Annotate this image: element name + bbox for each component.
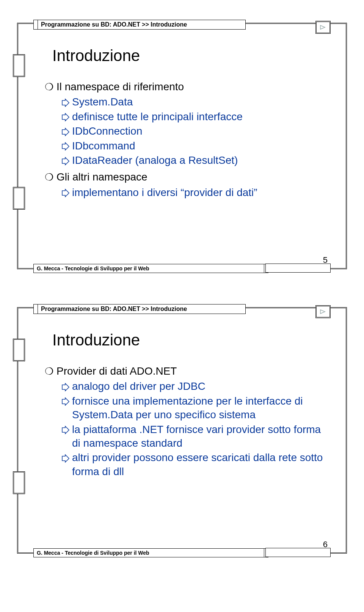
bullet-level2: definisce tutte le principali interfacce bbox=[61, 110, 327, 124]
arrow-right-icon bbox=[61, 186, 70, 199]
circle-icon: ❍ bbox=[45, 81, 53, 93]
arrow-right-icon bbox=[61, 154, 70, 167]
slide-title: Introduzione bbox=[52, 47, 140, 65]
page-number-box bbox=[265, 548, 331, 557]
slide-decoration-tab bbox=[13, 339, 25, 361]
bullet-level2: fornisce una implementazione per le inte… bbox=[61, 394, 327, 422]
play-icon bbox=[320, 309, 326, 314]
page-number: 6 bbox=[323, 540, 328, 549]
next-slide-button[interactable] bbox=[315, 305, 331, 318]
arrow-right-icon bbox=[61, 451, 70, 479]
bullet-level2: System.Data bbox=[61, 95, 327, 109]
breadcrumb-bar: Programmazione su BD: ADO.NET >> Introdu… bbox=[33, 304, 246, 314]
footer-bar: G. Mecca - Tecnologie di Sviluppo per il… bbox=[33, 264, 268, 273]
bullet-level1: ❍Provider di dati ADO.NET bbox=[45, 364, 327, 378]
svg-marker-1 bbox=[320, 310, 325, 314]
circle-icon: ❍ bbox=[45, 171, 53, 183]
breadcrumb: Programmazione su BD: ADO.NET >> Introdu… bbox=[38, 20, 246, 30]
bullet-level2: IDbConnection bbox=[61, 124, 327, 138]
bullet-level2: implementano i diversi “provider di dati… bbox=[61, 186, 327, 199]
arrow-right-icon bbox=[61, 380, 70, 393]
slide-body: ❍Provider di dati ADO.NET analogo del dr… bbox=[45, 361, 327, 479]
bullet-level2: la piattaforma .NET fornisce vari provid… bbox=[61, 423, 327, 450]
footer-text: G. Mecca - Tecnologie di Sviluppo per il… bbox=[33, 548, 264, 557]
circle-icon: ❍ bbox=[45, 366, 53, 377]
bullet-level2: analogo del driver per JDBC bbox=[61, 380, 327, 393]
slide-decoration-tab bbox=[13, 54, 25, 77]
arrow-right-icon bbox=[61, 423, 70, 450]
next-slide-button[interactable] bbox=[315, 21, 331, 34]
arrow-right-icon bbox=[61, 95, 70, 109]
slide-title: Introduzione bbox=[52, 331, 140, 349]
arrow-right-icon bbox=[61, 110, 70, 124]
slide-decoration-tab bbox=[13, 471, 25, 494]
footer-bar: G. Mecca - Tecnologie di Sviluppo per il… bbox=[33, 549, 268, 557]
bullet-level1: ❍Il namespace di riferimento bbox=[45, 80, 327, 94]
bullet-level2: altri provider possono essere scaricati … bbox=[61, 451, 327, 479]
slide: Programmazione su BD: ADO.NET >> Introdu… bbox=[17, 307, 347, 554]
footer-text: G. Mecca - Tecnologie di Sviluppo per il… bbox=[33, 264, 264, 273]
arrow-right-icon bbox=[61, 394, 70, 422]
page-number-box bbox=[265, 264, 331, 273]
bullet-level1: ❍Gli altri namespace bbox=[45, 170, 327, 184]
arrow-right-icon bbox=[61, 124, 70, 138]
bullet-level2: IDataReader (analoga a ResultSet) bbox=[61, 154, 327, 167]
breadcrumb: Programmazione su BD: ADO.NET >> Introdu… bbox=[38, 304, 246, 314]
play-icon bbox=[320, 25, 326, 30]
breadcrumb-bar: Programmazione su BD: ADO.NET >> Introdu… bbox=[33, 20, 246, 29]
slide-body: ❍Il namespace di riferimento System.Data… bbox=[45, 77, 327, 200]
bullet-level2: IDbcommand bbox=[61, 139, 327, 153]
page-number: 5 bbox=[323, 255, 328, 265]
svg-marker-0 bbox=[320, 25, 325, 29]
slide-decoration-tab bbox=[13, 187, 25, 210]
slide: Programmazione su BD: ADO.NET >> Introdu… bbox=[17, 23, 347, 269]
arrow-right-icon bbox=[61, 139, 70, 153]
